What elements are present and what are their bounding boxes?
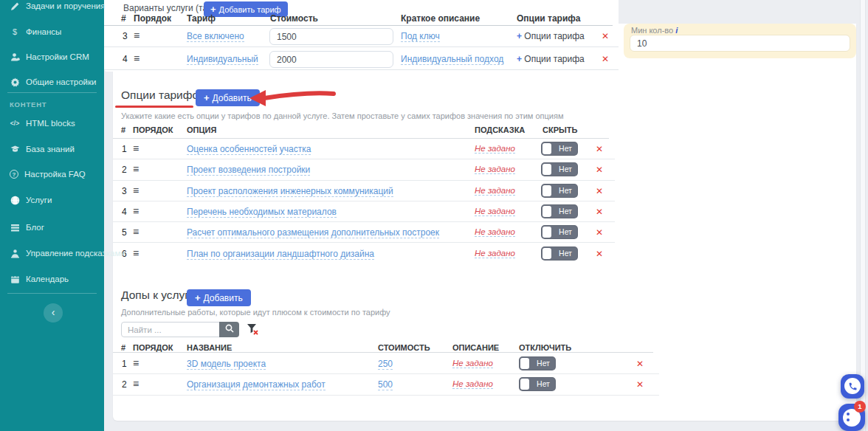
row-number: 2 — [122, 165, 127, 175]
sidebar-item-label: Настройки CRM — [26, 52, 89, 61]
tariff-desc-link[interactable]: Под ключ — [401, 31, 440, 42]
drag-handle-icon[interactable]: ≡ — [133, 227, 139, 237]
drag-handle-icon[interactable]: ≡ — [133, 185, 139, 196]
delete-icon[interactable]: ✕ — [596, 227, 603, 238]
phone-widget-button[interactable] — [841, 374, 864, 399]
sidebar-collapse-button[interactable]: ‹ — [44, 303, 63, 323]
sidebar-item-crm-settings[interactable]: Настройки CRM — [10, 52, 89, 62]
addons-table-header: # ПОРЯДОК НАЗВАНИЕ СТОИМОСТЬ ОПИСАНИЕ ОТ… — [113, 343, 653, 353]
hint-not-set-link[interactable]: Не задано — [475, 249, 515, 258]
tariff-row: 3 ≡ Все включено Под ключ + Опции тарифа… — [104, 26, 619, 47]
disable-toggle[interactable]: Нет — [519, 356, 556, 370]
delete-icon[interactable]: ✕ — [596, 249, 603, 259]
sidebar-item-general-settings[interactable]: Общие настройки — [10, 77, 96, 87]
pencil-icon — [10, 1, 20, 11]
filter-x-icon — [246, 323, 259, 336]
row-number: 1 — [122, 144, 127, 154]
hide-toggle[interactable]: Нет — [541, 225, 578, 239]
list-icon — [10, 222, 20, 232]
min-qty-input[interactable] — [630, 35, 850, 52]
add-addon-button[interactable]: + Добавить — [187, 289, 251, 306]
addons-section-title: Допы к услуге — [121, 289, 195, 302]
drag-handle-icon[interactable]: ≡ — [134, 53, 140, 63]
hint-not-set-link[interactable]: Не задано — [475, 227, 515, 237]
tariff-desc-link[interactable]: Индивидуальный подход — [401, 54, 503, 65]
addon-price-link[interactable]: 250 — [378, 359, 393, 370]
hide-toggle[interactable]: Нет — [541, 142, 578, 156]
sidebar-item-services[interactable]: Услуги — [10, 195, 52, 205]
option-name-link[interactable]: План по организации ландшафтного дизайна — [187, 249, 374, 260]
hide-toggle[interactable]: Нет — [541, 162, 578, 176]
col-price: Стоимость — [270, 13, 318, 24]
hint-not-set-link[interactable]: Не задано — [475, 144, 515, 154]
tariff-options-link[interactable]: + Опции тарифа — [517, 31, 585, 41]
addon-row: 2 ≡ Организация демонтажных работ 500 Не… — [113, 374, 659, 395]
col-order: ПОРЯДОК — [133, 343, 173, 352]
drag-handle-icon[interactable]: ≡ — [133, 164, 139, 174]
search-button[interactable] — [219, 322, 239, 337]
hide-toggle[interactable]: Нет — [541, 246, 578, 261]
toggle-knob — [542, 143, 551, 154]
option-row: 1 ≡ Оценка особенностей участка Не задан… — [113, 139, 615, 159]
tariff-row: 4 ≡ Индивидуальный Индивидуальный подход… — [104, 47, 619, 70]
delete-icon[interactable]: ✕ — [596, 186, 603, 196]
col-desc: ОПИСАНИЕ — [452, 343, 499, 352]
tariffs-table-header: # Порядок Тариф Стоимость Краткое описан… — [104, 13, 613, 26]
sidebar-item-finance[interactable]: $ Финансы — [10, 27, 61, 37]
sidebar-item-tasks[interactable]: Задачи и поручения — [10, 1, 105, 11]
drag-handle-icon[interactable]: ≡ — [133, 206, 139, 216]
tariff-name-link[interactable]: Индивидуальный — [187, 54, 258, 65]
sidebar-item-html-blocks[interactable]: </> HTML blocks — [10, 118, 75, 128]
col-hide: СКРЫТЬ — [542, 125, 577, 134]
addon-name-link[interactable]: Организация демонтажных работ — [187, 379, 326, 390]
delete-icon[interactable]: ✕ — [602, 31, 609, 41]
sidebar-item-faq-settings[interactable]: ? Настройка FAQ — [10, 170, 86, 179]
disable-toggle[interactable]: Нет — [519, 377, 556, 391]
search-input[interactable] — [121, 322, 220, 337]
delete-icon[interactable]: ✕ — [602, 54, 609, 64]
option-name-link[interactable]: Проект возведения постройки — [187, 165, 310, 176]
chevron-left-icon: ‹ — [52, 306, 55, 318]
sidebar-item-blog[interactable]: Блог — [10, 222, 44, 232]
hint-not-set-link[interactable]: Не задано — [475, 207, 515, 216]
hint-not-set-link[interactable]: Не задано — [475, 186, 515, 196]
drag-handle-icon[interactable]: ≡ — [133, 358, 139, 368]
delete-icon[interactable]: ✕ — [596, 165, 603, 175]
sidebar-divider — [7, 293, 97, 294]
hint-not-set-link[interactable]: Не задано — [475, 165, 515, 174]
drag-handle-icon[interactable]: ≡ — [133, 248, 139, 258]
delete-icon[interactable]: ✕ — [636, 359, 644, 369]
delete-icon[interactable]: ✕ — [596, 144, 603, 154]
addon-price-link[interactable]: 500 — [378, 379, 393, 390]
delete-icon[interactable]: ✕ — [636, 379, 644, 390]
info-icon[interactable]: i — [675, 26, 678, 35]
tariff-price-input[interactable] — [269, 51, 393, 68]
sidebar-item-knowledge-base[interactable]: База знаний — [10, 144, 75, 154]
option-row: 4 ≡ Перечень необходимых материалов Не з… — [113, 201, 615, 222]
desc-not-set-link[interactable]: Не задано — [452, 379, 493, 389]
clear-filter-button[interactable] — [244, 323, 261, 337]
drag-handle-icon[interactable]: ≡ — [133, 143, 139, 154]
option-name-link[interactable]: Расчет оптимального размещения дополните… — [187, 227, 439, 238]
row-number: 4 — [122, 207, 127, 217]
hide-toggle[interactable]: Нет — [541, 204, 578, 218]
hide-toggle[interactable]: Нет — [541, 184, 578, 198]
drag-handle-icon[interactable]: ≡ — [133, 379, 139, 389]
page-scrollbar[interactable] — [860, 0, 866, 431]
tariff-price-input[interactable] — [269, 28, 393, 45]
knowledge-icon — [10, 144, 20, 154]
addon-name-link[interactable]: 3D модель проекта — [187, 359, 266, 370]
sidebar-item-hints[interactable]: Управление подсказками — [10, 248, 125, 258]
drag-handle-icon[interactable]: ≡ — [134, 30, 140, 41]
sidebar-item-calendar[interactable]: Календарь — [10, 274, 69, 284]
option-name-link[interactable]: Оценка особенностей участка — [187, 144, 311, 155]
option-name-link[interactable]: Проект расположения инженерных коммуника… — [187, 186, 393, 197]
tariff-options-link[interactable]: + Опции тарифа — [517, 54, 585, 64]
option-name-link[interactable]: Перечень необходимых материалов — [187, 207, 337, 218]
tariff-name-link[interactable]: Все включено — [187, 31, 244, 42]
delete-icon[interactable]: ✕ — [596, 207, 603, 217]
col-desc: Краткое описание — [401, 13, 480, 24]
desc-not-set-link[interactable]: Не задано — [452, 359, 493, 368]
row-number: 3 — [122, 186, 127, 196]
col-num: # — [121, 343, 125, 352]
